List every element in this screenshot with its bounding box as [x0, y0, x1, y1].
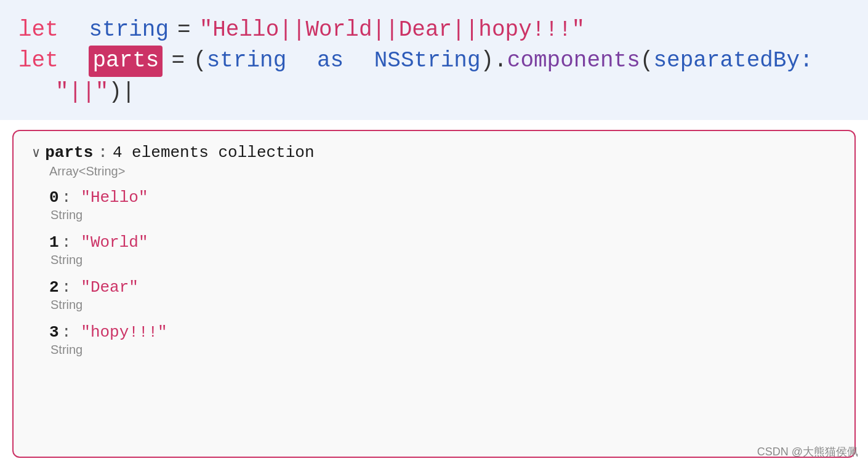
var-string: string	[89, 15, 169, 46]
item-3-value: "hopy!!!"	[81, 323, 167, 342]
method-open-paren: (	[640, 46, 654, 76]
item-1-colon: :	[62, 233, 81, 252]
equals-1: =	[177, 15, 191, 46]
item-0-value: "Hello"	[81, 188, 148, 207]
space-2	[67, 46, 81, 76]
code-line-2b: "||" )|	[18, 77, 850, 108]
item-2-value: "Dear"	[81, 278, 139, 297]
code-line-1: let string = "Hello||World||Dear||hopy!!…	[18, 15, 850, 46]
keyword-let-2: let	[18, 46, 58, 76]
debug-item-2-row: 2 : "Dear"	[49, 278, 836, 297]
debug-expand-arrow[interactable]: ∨	[32, 145, 40, 161]
method-name: components	[507, 46, 640, 76]
dot: .	[494, 46, 507, 76]
close-all: )|	[108, 77, 135, 108]
item-2-type: String	[50, 298, 836, 312]
watermark: CSDN @大熊猫侯佩	[757, 444, 858, 459]
index-2: 2	[49, 278, 59, 297]
string-value: "Hello||World||Dear||hopy!!!"	[199, 15, 585, 46]
space-as	[295, 46, 308, 76]
debug-item-0-row: 0 : "Hello"	[49, 188, 836, 207]
keyword-as: as	[317, 46, 344, 76]
space-as2	[352, 46, 366, 76]
var-parts-highlight: parts	[89, 46, 163, 76]
item-0-colon: :	[62, 188, 81, 207]
debug-header: ∨ parts : 4 elements collection	[32, 143, 836, 162]
param-label: separatedBy:	[653, 46, 813, 76]
debug-item-3-row: 3 : "hopy!!!"	[49, 323, 836, 342]
debug-item-1-row: 1 : "World"	[49, 233, 836, 252]
equals-2: =	[171, 46, 185, 76]
debug-type: Array<String>	[49, 164, 836, 178]
debug-item-1: 1 : "World" String	[49, 233, 836, 267]
string-ident: string	[207, 46, 287, 76]
debug-item-2: 2 : "Dear" String	[49, 278, 836, 312]
keyword-let-1: let	[18, 15, 58, 46]
item-3-type: String	[50, 343, 836, 357]
debug-item-0: 0 : "Hello" String	[49, 188, 836, 222]
open-paren: (	[193, 46, 207, 76]
debug-item-3: 3 : "hopy!!!" String	[49, 323, 836, 357]
type-nsstring: NSString	[374, 46, 481, 76]
debug-colon: :	[98, 143, 108, 162]
index-1: 1	[49, 233, 59, 252]
separator-value: "||"	[55, 77, 108, 108]
debug-var-name: parts	[45, 143, 93, 162]
item-3-colon: :	[62, 323, 81, 342]
code-section: let string = "Hello||World||Dear||hopy!!…	[0, 0, 868, 120]
code-line-2: let parts = ( string as NSString ) . com…	[18, 46, 850, 76]
debug-panel: ∨ parts : 4 elements collection Array<St…	[12, 130, 856, 458]
item-1-value: "World"	[81, 233, 148, 252]
index-3: 3	[49, 323, 59, 342]
item-1-type: String	[50, 253, 836, 267]
index-0: 0	[49, 188, 59, 207]
space-1	[67, 15, 81, 46]
debug-items-list: 0 : "Hello" String 1 : "World" String 2 …	[49, 188, 836, 357]
close-paren: )	[481, 46, 494, 76]
item-2-colon: :	[62, 278, 81, 297]
debug-summary: 4 elements collection	[113, 143, 315, 162]
item-0-type: String	[50, 208, 836, 222]
